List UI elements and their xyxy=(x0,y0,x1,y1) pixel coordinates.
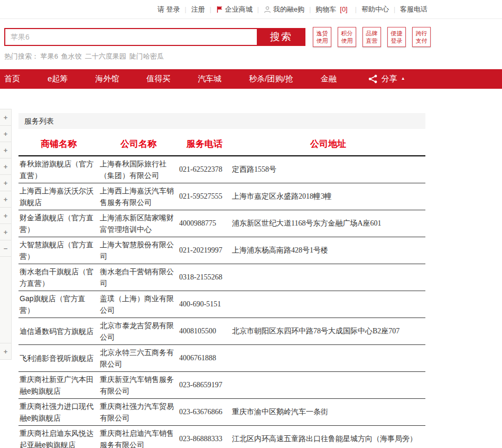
company-address-cell xyxy=(231,291,425,318)
company-address-cell xyxy=(231,372,425,399)
expand-button[interactable]: + xyxy=(0,191,11,208)
expand-button[interactable]: + xyxy=(0,208,11,224)
expand-button[interactable]: + xyxy=(0,175,11,191)
nav-item[interactable]: 秒杀/团购/抢 xyxy=(249,74,293,84)
expand-button[interactable]: + xyxy=(0,109,11,126)
company-address-cell: 重庆市渝中区鹅岭汽车一条街 xyxy=(231,399,425,426)
login-link[interactable]: 请 登录 xyxy=(153,5,185,14)
shop-name-cell: 重庆商社新亚广汽本田融e购旗舰店 xyxy=(18,372,99,399)
person-icon xyxy=(264,6,271,13)
service-phone-cell: 023-63676866 xyxy=(178,399,231,426)
shop-name-cell: 飞利浦影音视听旗舰店 xyxy=(18,345,99,372)
cart-label: 购物车 xyxy=(315,5,336,14)
shop-name-cell: 财金通旗舰店（官方直营） xyxy=(18,210,99,237)
corp-mall-link[interactable]: 企业商城 xyxy=(211,5,257,14)
hot-search-label: 热门搜索： xyxy=(4,52,39,60)
cart-link[interactable]: 购物车 [0] xyxy=(311,5,355,14)
panel-title: 服务列表 xyxy=(18,113,425,129)
hot-search-terms: 苹果6鱼水饺二十六度果园陡门哈密瓜 xyxy=(41,52,167,60)
badge-line: 品牌 xyxy=(363,30,380,37)
service-phone-cell: 400-690-5151 xyxy=(178,291,231,318)
collapse-button[interactable]: − xyxy=(0,240,11,257)
badge-line: 直营 xyxy=(363,37,380,44)
hot-search-term[interactable]: 鱼水饺 xyxy=(61,52,82,60)
expand-button[interactable]: + xyxy=(0,158,11,175)
service-list-panel: 服务列表 商铺名称 公司名称 服务电话 公司地址 春秋旅游旗舰店（官方直营）上海… xyxy=(18,109,425,448)
strip-glyph: + xyxy=(4,212,8,220)
nav-item[interactable]: e起筹 xyxy=(48,74,68,84)
table-row: 大智慧旗舰店（官方直营）上海大智慧股份有限公司021-20219997上海浦东杨… xyxy=(18,237,425,264)
strip-glyph: + xyxy=(4,195,8,203)
feature-badge[interactable]: 积分使用 xyxy=(338,27,356,47)
feature-badge[interactable]: 便捷登录 xyxy=(387,27,406,47)
shop-name-cell: Gap旗舰店（官方直营） xyxy=(18,291,99,318)
service-phone-cell: 021-62522378 xyxy=(178,156,231,183)
strip-glyph: − xyxy=(4,245,8,253)
company-name-cell: 上海浦东新区陆家嘴财富管理培训中心 xyxy=(99,210,178,237)
feature-badge[interactable]: 跨行支付 xyxy=(412,27,431,47)
main-navbar: 首页e起筹海外馆值得买汽车城秒杀/团购/抢金融 分享 ▲ xyxy=(0,69,502,89)
top-utility-bar: 请 登录 | 注册 | 企业商城 | 我的融e购 | 购物车 [0] | 帮助中… xyxy=(0,0,502,19)
expand-button[interactable]: + xyxy=(0,142,11,158)
table-row: 衡水老白干旗舰店（官方直营）衡水老白干营销有限公司0318-2155268 xyxy=(18,264,425,291)
company-address-cell: 定西路1558号 xyxy=(231,156,425,183)
col-header-shop: 商铺名称 xyxy=(18,132,99,156)
col-header-address: 公司地址 xyxy=(231,132,425,156)
register-link[interactable]: 注册 xyxy=(187,5,210,14)
service-table: 商铺名称 公司名称 服务电话 公司地址 春秋旅游旗舰店（官方直营）上海春秋国际旅… xyxy=(18,132,425,448)
my-account-link[interactable]: 我的融e购 xyxy=(259,5,309,14)
service-phone-cell: 0318-2155268 xyxy=(178,264,231,291)
nav-item[interactable]: 首页 xyxy=(4,74,20,84)
feature-badges: 逸贷使用积分使用品牌直营便捷登录跨行支付 xyxy=(313,27,431,47)
badge-line: 逸贷 xyxy=(313,30,331,37)
expand-button[interactable]: + xyxy=(0,343,11,360)
strip-glyph: + xyxy=(4,146,8,154)
search-area: 搜索 逸贷使用积分使用品牌直营便捷登录跨行支付 xyxy=(0,19,502,47)
table-row: 上海西上海嘉沃沃尔沃旗舰店上海西上海嘉沃汽车销售服务有限公司021-595275… xyxy=(18,183,425,210)
table-row: Gap旗舰店（官方直营）盖璞（上海）商业有限公司400-690-5151 xyxy=(18,291,425,318)
service-phone-cell: 4000988775 xyxy=(178,210,231,237)
service-phone-cell: 021-59527555 xyxy=(178,183,231,210)
strip-glyph: + xyxy=(4,130,8,138)
company-name-cell: 盖璞（上海）商业有限公司 xyxy=(99,291,178,318)
company-name-cell: 衡水老白干营销有限公司 xyxy=(99,264,178,291)
service-phone-link[interactable]: 客服电话 xyxy=(395,5,432,14)
search-button[interactable]: 搜索 xyxy=(257,28,305,46)
badge-line: 积分 xyxy=(338,30,356,37)
table-header-row: 商铺名称 公司名称 服务电话 公司地址 xyxy=(18,132,425,156)
company-name-cell: 重庆新亚汽车销售服务有限公司 xyxy=(99,372,178,399)
nav-item[interactable]: 金融 xyxy=(321,74,337,84)
hot-search-term[interactable]: 二十六度果园 xyxy=(85,52,126,60)
nav-item[interactable]: 海外馆 xyxy=(95,74,119,84)
company-name-cell: 北京永特三六五商务有限公司 xyxy=(99,345,178,372)
corp-mall-label: 企业商城 xyxy=(225,5,253,14)
service-phone-cell: 4006761888 xyxy=(178,345,231,372)
service-phone-cell: 021-20219997 xyxy=(178,237,231,264)
share-button[interactable]: 分享 ▲ xyxy=(368,74,405,84)
help-center-link[interactable]: 帮助中心 xyxy=(357,5,394,14)
search-input[interactable] xyxy=(4,28,257,46)
share-icon xyxy=(368,74,378,83)
shop-name-cell: 上海西上海嘉沃沃尔沃旗舰店 xyxy=(18,183,99,210)
expand-button[interactable]: + xyxy=(0,224,11,240)
company-address-cell: 北京市朝阳区东四环中路78号大成国际中心B2座707 xyxy=(231,318,425,345)
company-address-cell xyxy=(231,264,425,291)
badge-line: 使用 xyxy=(338,37,356,44)
hot-search-term[interactable]: 苹果6 xyxy=(41,52,58,60)
company-address-cell: 上海浦东杨高南路428号1号楼 xyxy=(231,237,425,264)
service-phone-cell: 4008105500 xyxy=(178,318,231,345)
company-name-cell: 上海春秋国际旅行社（集团）有限公司 xyxy=(99,156,178,183)
flag-icon xyxy=(216,6,223,13)
badge-line: 登录 xyxy=(388,37,405,44)
shop-name-cell: 重庆商社启迪东风悦达起亚融e购旗舰店 xyxy=(18,426,99,448)
nav-item[interactable]: 值得买 xyxy=(146,74,170,84)
feature-badge[interactable]: 逸贷使用 xyxy=(313,27,331,47)
hot-search-term[interactable]: 陡门哈密瓜 xyxy=(129,52,164,60)
feature-badge[interactable]: 品牌直营 xyxy=(362,27,381,47)
table-row: 重庆商社启迪东风悦达起亚融e购旗舰店重庆商社启迪汽车销售服务有限公司023-86… xyxy=(18,426,425,448)
content-area: ++++++++−+ 服务列表 商铺名称 公司名称 服务电话 公司地址 春秋旅游… xyxy=(0,109,502,448)
table-row: 重庆商社强力进口现代融e购旗舰店重庆商社强力汽车贸易有限公司023-636768… xyxy=(18,399,425,426)
expand-button[interactable]: + xyxy=(0,126,11,142)
nav-item[interactable]: 汽车城 xyxy=(198,74,221,84)
table-row: 重庆商社新亚广汽本田融e购旗舰店重庆新亚汽车销售服务有限公司023-686591… xyxy=(18,372,425,399)
